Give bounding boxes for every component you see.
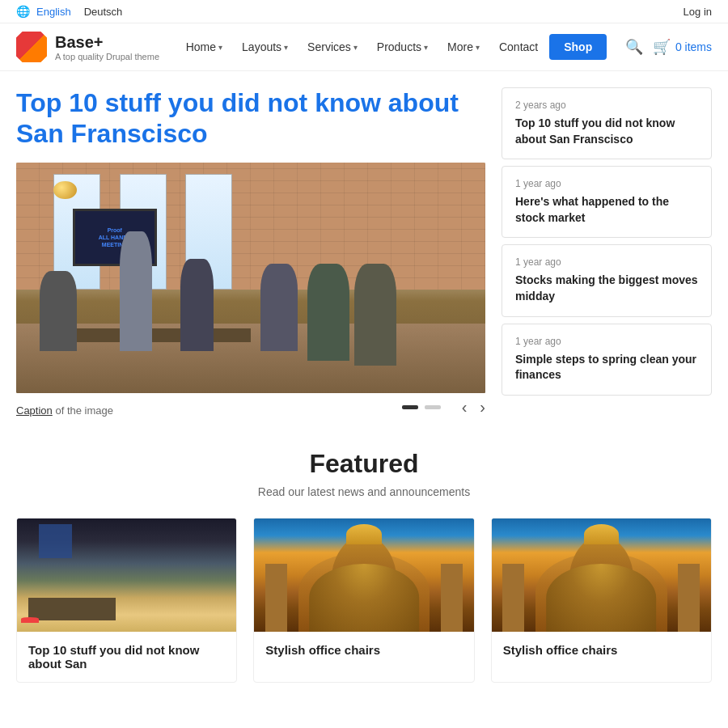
temple-image-2 xyxy=(492,518,711,632)
featured-card-image-1 xyxy=(17,518,236,632)
hero-image: Proof ALL HANDS MEETING xyxy=(16,163,485,393)
news-card-2[interactable]: 1 year ago Here's what happened to the s… xyxy=(502,166,712,238)
featured-card-title-2: Stylish office chairs xyxy=(265,643,462,657)
nav-contact[interactable]: Contact xyxy=(491,36,546,58)
caption-link[interactable]: Caption xyxy=(16,404,53,417)
person-silhouette xyxy=(307,264,349,361)
news-title: Top 10 stuff you did not know about San … xyxy=(515,116,698,147)
chevron-down-icon: ▾ xyxy=(284,43,288,52)
prev-slide-button[interactable]: ‹ xyxy=(462,398,468,417)
shop-button[interactable]: Shop xyxy=(549,34,607,60)
person-silhouette xyxy=(180,259,214,351)
featured-section: Featured Read our latest news and announ… xyxy=(0,425,728,699)
news-title: Stocks making the biggest moves midday xyxy=(515,273,698,304)
slide-dot-2[interactable] xyxy=(425,405,441,409)
logo-icon xyxy=(16,32,47,62)
news-time: 1 year ago xyxy=(515,256,698,268)
featured-card-body-2: Stylish office chairs xyxy=(254,632,473,668)
temple-image-1 xyxy=(254,518,473,632)
news-time: 1 year ago xyxy=(515,336,698,347)
main-content: Top 10 stuff you did not know about San … xyxy=(0,71,728,425)
globe-icon: 🌐 xyxy=(16,5,30,18)
featured-grid: Top 10 stuff you did not know about San xyxy=(16,518,712,683)
chevron-down-icon: ▾ xyxy=(218,43,222,52)
news-card-3[interactable]: 1 year ago Stocks making the biggest mov… xyxy=(502,244,712,316)
logo-subtitle: A top quality Drupal theme xyxy=(55,52,159,61)
nav-layouts[interactable]: Layouts ▾ xyxy=(234,36,296,58)
chevron-down-icon: ▾ xyxy=(424,43,428,52)
hero-section: Top 10 stuff you did not know about San … xyxy=(16,87,485,417)
logo-name: Base+ xyxy=(55,33,159,52)
news-sidebar: 2 years ago Top 10 stuff you did not kno… xyxy=(502,87,712,417)
presenter-silhouette xyxy=(120,231,153,351)
featured-card-title-3: Stylish office chairs xyxy=(503,643,700,657)
nav-more[interactable]: More ▾ xyxy=(439,36,488,58)
slide-arrows: ‹ › xyxy=(402,398,485,417)
hero-caption: Caption of the image xyxy=(16,404,113,417)
featured-title: Featured xyxy=(16,449,712,479)
login-link[interactable]: Log in xyxy=(684,6,712,18)
news-card-4[interactable]: 1 year ago Simple steps to spring clean … xyxy=(502,324,712,396)
featured-card-1[interactable]: Top 10 stuff you did not know about San xyxy=(16,518,237,683)
featured-card-body-1: Top 10 stuff you did not know about San xyxy=(17,632,236,682)
news-time: 1 year ago xyxy=(515,178,698,189)
lang-english[interactable]: English xyxy=(36,6,71,18)
next-slide-button[interactable]: › xyxy=(480,398,485,417)
logo-text: Base+ A top quality Drupal theme xyxy=(55,33,159,61)
cart-link[interactable]: 🛒 0 items xyxy=(653,38,712,56)
featured-card-title-1: Top 10 stuff you did not know about San xyxy=(28,643,225,671)
top-bar: 🌐 English Deutsch Log in xyxy=(0,0,728,23)
chevron-down-icon: ▾ xyxy=(353,43,358,52)
featured-card-2[interactable]: Stylish office chairs xyxy=(253,518,474,683)
nav-home[interactable]: Home ▾ xyxy=(178,36,231,58)
featured-card-body-3: Stylish office chairs xyxy=(492,632,711,668)
featured-subtitle: Read our latest news and announcements xyxy=(16,485,712,498)
person-silhouette xyxy=(354,264,396,365)
featured-card-3[interactable]: Stylish office chairs xyxy=(491,518,712,683)
news-title: Simple steps to spring clean your financ… xyxy=(515,352,698,383)
featured-card-image-3 xyxy=(492,518,711,632)
news-title: Here's what happened to the stock market xyxy=(515,194,698,226)
featured-card-image-2 xyxy=(254,518,473,632)
lang-deutsch[interactable]: Deutsch xyxy=(84,6,123,18)
chevron-down-icon: ▾ xyxy=(476,43,480,52)
logo[interactable]: Base+ A top quality Drupal theme xyxy=(16,32,159,62)
office-image xyxy=(17,518,236,632)
nav-products[interactable]: Products ▾ xyxy=(369,36,436,58)
person-silhouette xyxy=(260,264,298,351)
language-selector: 🌐 English Deutsch xyxy=(16,5,122,18)
header-icons: 🔍 🛒 0 items xyxy=(625,38,712,56)
hero-title: Top 10 stuff you did not know about San … xyxy=(16,87,485,150)
hero-navigation: Caption of the image ‹ › xyxy=(16,398,485,417)
search-button[interactable]: 🔍 xyxy=(625,38,643,56)
news-card-1[interactable]: 2 years ago Top 10 stuff you did not kno… xyxy=(502,87,712,159)
slide-dot-1[interactable] xyxy=(402,405,418,409)
news-time: 2 years ago xyxy=(515,99,698,111)
person-silhouette xyxy=(40,271,77,352)
hero-image-container: Proof ALL HANDS MEETING xyxy=(16,163,485,417)
cart-icon: 🛒 xyxy=(653,38,671,56)
hero-scene: Proof ALL HANDS MEETING xyxy=(16,163,485,393)
nav-services[interactable]: Services ▾ xyxy=(299,36,366,58)
header: Base+ A top quality Drupal theme Home ▾ … xyxy=(0,23,728,71)
main-nav: Home ▾ Layouts ▾ Services ▾ Products ▾ M… xyxy=(176,34,609,60)
cart-count: 0 items xyxy=(675,40,712,53)
search-icon: 🔍 xyxy=(625,39,643,55)
